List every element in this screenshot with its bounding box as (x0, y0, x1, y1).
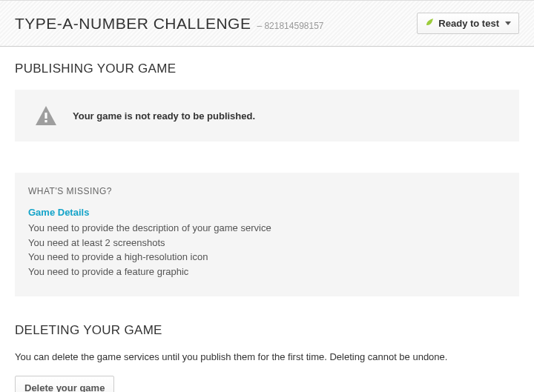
delete-description: You can delete the game services until y… (15, 351, 519, 362)
delete-game-button[interactable]: Delete your game (15, 376, 114, 392)
alert-box: Your game is not ready to be published. (15, 90, 519, 142)
leaf-icon (425, 18, 434, 29)
app-id: – 821814598157 (257, 21, 323, 31)
title-wrap: TYPE-A-NUMBER CHALLENGE – 821814598157 (15, 15, 324, 33)
header-bar: TYPE-A-NUMBER CHALLENGE – 821814598157 R… (0, 0, 534, 47)
missing-item: You need to provide the description of y… (28, 221, 506, 236)
whats-missing-title: WHAT'S MISSING? (28, 186, 506, 196)
publishing-section-title: PUBLISHING YOUR GAME (15, 62, 519, 76)
svg-rect-0 (44, 113, 47, 119)
page-title: TYPE-A-NUMBER CHALLENGE (15, 15, 251, 33)
chevron-down-icon (505, 21, 511, 25)
missing-item: You need at least 2 screenshots (28, 236, 506, 250)
missing-item: You need to provide a feature graphic (28, 265, 506, 279)
deleting-section-title: DELETING YOUR GAME (15, 323, 519, 338)
warning-icon (36, 106, 56, 125)
alert-message: Your game is not ready to be published. (73, 110, 255, 122)
ready-to-test-label: Ready to test (438, 18, 499, 29)
game-details-link[interactable]: Game Details (28, 207, 506, 218)
missing-item: You need to provide a high-resolution ic… (28, 250, 506, 265)
whats-missing-box: WHAT'S MISSING? Game Details You need to… (15, 173, 519, 296)
svg-rect-1 (44, 120, 47, 122)
ready-to-test-button[interactable]: Ready to test (417, 13, 519, 34)
